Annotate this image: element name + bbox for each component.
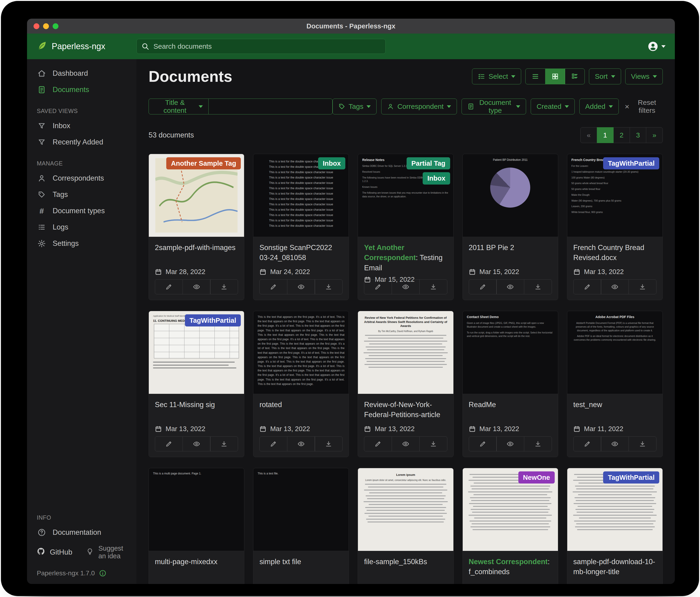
document-card[interactable]: Review of New York Federal Petitions for… xyxy=(358,311,453,457)
user-menu-button[interactable] xyxy=(647,41,666,52)
document-title[interactable]: 2sample-pdf-with-images xyxy=(155,243,238,253)
download-button[interactable] xyxy=(419,279,447,294)
document-card[interactable]: Application for Medical Staff Membership… xyxy=(149,311,244,457)
sidebar-item-recently-added[interactable]: Recently Added xyxy=(27,134,136,150)
view-button[interactable] xyxy=(182,279,210,294)
download-button[interactable] xyxy=(315,279,343,294)
view-button[interactable] xyxy=(601,279,629,294)
tags-filter-button[interactable]: Tags xyxy=(332,99,377,114)
download-button[interactable] xyxy=(628,279,656,294)
document-title[interactable]: 2011 BP Pie 2 xyxy=(469,243,552,253)
document-thumbnail[interactable]: This is the text that appears on the fir… xyxy=(253,311,349,394)
document-title[interactable]: Sonstige ScanPC2022 03-24_081058 xyxy=(259,243,343,263)
edit-button[interactable] xyxy=(155,279,183,294)
select-button[interactable]: Select xyxy=(472,69,521,85)
pagination-prev-button[interactable]: « xyxy=(580,127,597,143)
view-button[interactable] xyxy=(496,436,524,451)
document-thumbnail[interactable]: Patient BP Distribution 2011 xyxy=(463,154,558,237)
document-title[interactable]: simple txt file xyxy=(259,557,343,567)
correspondent-link[interactable]: Yet Another Correspondent xyxy=(364,243,416,262)
document-thumbnail[interactable]: NewOne xyxy=(463,468,558,551)
document-thumbnail[interactable]: Review of New York Federal Petitions for… xyxy=(358,311,453,394)
tag-pill[interactable]: TagWithPartial xyxy=(603,157,659,169)
document-thumbnail[interactable]: This is a test file. xyxy=(253,468,349,551)
document-title[interactable]: multi-page-mixedxx xyxy=(155,557,238,567)
sidebar-item-dashboard[interactable]: Dashboard xyxy=(27,65,136,81)
edit-button[interactable] xyxy=(573,279,601,294)
document-card[interactable]: This is a test file. simple txt file xyxy=(253,468,349,584)
document-card[interactable]: Patient BP Distribution 2011 2011 BP Pie… xyxy=(462,154,558,300)
minimize-window-button[interactable] xyxy=(43,23,49,29)
tag-pill[interactable]: Partial Tag xyxy=(406,157,450,169)
document-thumbnail[interactable]: This is a multi page document. Page 1. xyxy=(149,468,244,551)
list-view-button[interactable] xyxy=(525,69,545,85)
view-button[interactable] xyxy=(287,436,315,451)
document-card[interactable]: This is a multi page document. Page 1. m… xyxy=(149,468,244,584)
created-filter-button[interactable]: Created xyxy=(531,99,575,114)
document-thumbnail[interactable]: Adobe Acrobat PDF FilesAdobe® Portable D… xyxy=(567,311,662,394)
tag-pill[interactable]: TagWithPartial xyxy=(185,314,241,327)
sidebar-item-documentation[interactable]: Documentation xyxy=(27,524,136,541)
view-button[interactable] xyxy=(182,436,210,451)
edit-button[interactable] xyxy=(469,279,497,294)
view-button[interactable] xyxy=(287,279,315,294)
document-thumbnail[interactable]: Lorem ipsumLorem ipsum dolor sit amet, c… xyxy=(358,468,453,551)
reset-filters-button[interactable]: × Reset filters xyxy=(623,98,663,115)
sidebar-item-settings[interactable]: Settings xyxy=(27,235,136,252)
download-button[interactable] xyxy=(210,436,238,451)
document-card[interactable]: This is a test for the double space char… xyxy=(253,154,349,300)
document-title[interactable]: Newest Correspondent: f_combineds xyxy=(469,557,552,577)
tag-pill[interactable]: TagWithPartial xyxy=(603,471,659,483)
download-button[interactable] xyxy=(419,436,447,451)
document-card[interactable]: Lorem ipsumLorem ipsum dolor sit amet, c… xyxy=(358,468,453,584)
title-content-dropdown[interactable]: Title & content xyxy=(149,99,209,114)
document-thumbnail[interactable]: Application for Medical Staff Membership… xyxy=(149,311,244,394)
added-filter-button[interactable]: Added xyxy=(579,99,619,114)
correspondent-link[interactable]: Newest Correspondent xyxy=(469,558,548,566)
edit-button[interactable] xyxy=(364,436,392,451)
document-card[interactable]: Release NotesSimba ODBC Driver for SQL S… xyxy=(358,154,453,300)
zoom-window-button[interactable] xyxy=(53,23,58,29)
pagination-page-3[interactable]: 3 xyxy=(630,127,646,143)
sidebar-item-document-types[interactable]: # Document types xyxy=(27,203,136,219)
edit-button[interactable] xyxy=(259,436,288,451)
sidebar-item-documents[interactable]: Documents xyxy=(27,81,136,98)
document-title[interactable]: Review-of-New-York-Federal-Petitions-art… xyxy=(364,400,447,420)
document-title[interactable]: rotated xyxy=(259,400,343,410)
info-icon[interactable] xyxy=(99,570,106,577)
document-title[interactable]: Sec 11-Missing sig xyxy=(155,400,238,410)
tag-pill[interactable]: Inbox xyxy=(318,157,345,169)
pagination-page-2[interactable]: 2 xyxy=(613,127,630,143)
correspondent-filter-button[interactable]: Correspondent xyxy=(381,99,457,114)
document-card[interactable]: NewOne Newest Correspondent: f_combineds xyxy=(462,468,558,584)
document-thumbnail[interactable]: TagWithPartial xyxy=(567,468,662,551)
document-type-filter-button[interactable]: Document type xyxy=(461,99,526,114)
close-window-button[interactable] xyxy=(33,23,39,29)
filter-query-input[interactable] xyxy=(209,99,332,114)
sidebar-item-suggest-idea[interactable]: Suggest an idea xyxy=(86,545,127,560)
document-title[interactable]: French Country Bread Revised.docx xyxy=(573,243,656,263)
download-button[interactable] xyxy=(315,436,343,451)
document-thumbnail[interactable]: Another Sample Tag xyxy=(149,154,244,237)
view-button[interactable] xyxy=(392,436,420,451)
sidebar-item-github[interactable]: GitHub xyxy=(37,547,72,557)
document-title[interactable]: file-sample_150kBs xyxy=(364,557,447,567)
sidebar-item-correspondents[interactable]: Correspondents xyxy=(27,170,136,186)
sidebar-item-inbox[interactable]: Inbox xyxy=(27,118,136,134)
sidebar-item-logs[interactable]: Logs xyxy=(27,219,136,235)
edit-button[interactable] xyxy=(469,436,497,451)
grid-view-button[interactable] xyxy=(545,69,565,85)
document-card[interactable]: Contact Sheet DemoGiven a set of image f… xyxy=(462,311,558,457)
download-button[interactable] xyxy=(524,436,552,451)
document-card[interactable]: Adobe Acrobat PDF FilesAdobe® Portable D… xyxy=(567,311,663,457)
tag-pill[interactable]: Inbox xyxy=(423,172,450,184)
sort-button[interactable]: Sort xyxy=(589,69,621,85)
pagination-page-1[interactable]: 1 xyxy=(597,127,614,143)
download-button[interactable] xyxy=(210,279,238,294)
document-card[interactable]: French Country BreadFor the Leaven:1 hea… xyxy=(567,154,663,300)
view-button[interactable] xyxy=(496,279,524,294)
document-title[interactable]: Yet Another Correspondent: Testing Email xyxy=(364,243,447,273)
document-card[interactable]: Another Sample Tag 2sample-pdf-with-imag… xyxy=(149,154,244,300)
document-card[interactable]: This is the text that appears on the fir… xyxy=(253,311,349,457)
document-title[interactable]: ReadMe xyxy=(469,400,552,410)
